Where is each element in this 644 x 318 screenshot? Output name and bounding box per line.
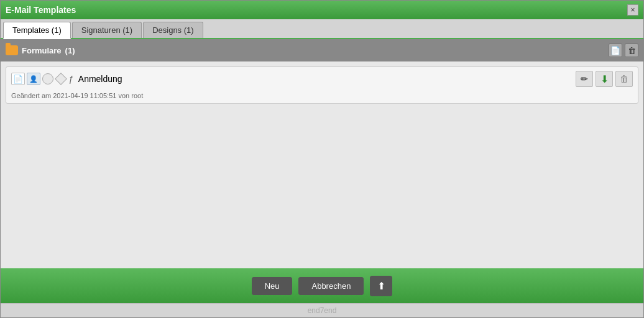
dialog-title: E-Mail Templates — [6, 5, 76, 15]
watermark: end7end — [1, 303, 643, 317]
template-item-top: 📄 👤 ƒ Anmeldung ✏ ⬇ 🗑 — [6, 67, 638, 91]
tab-designs[interactable]: Designs (1) — [143, 22, 203, 38]
new-template-button[interactable]: 📄 — [609, 43, 622, 57]
template-item: 📄 👤 ƒ Anmeldung ✏ ⬇ 🗑 Geände — [6, 66, 638, 104]
tabs-bar: Templates (1) Signaturen (1) Designs (1) — [1, 19, 643, 39]
sigma-icon: ƒ — [68, 74, 73, 84]
folder-count: (1) — [65, 46, 75, 55]
upload-button[interactable]: ⬆ — [370, 276, 392, 296]
content-area: Formulare (1) 📄 🗑 📄 👤 — [1, 39, 643, 268]
abbrechen-button[interactable]: Abbrechen — [298, 277, 364, 295]
template-item-left: 📄 👤 ƒ Anmeldung — [11, 73, 122, 85]
folder-header: Formulare (1) 📄 🗑 — [1, 39, 643, 61]
footer-bar: Neu Abbrechen ⬆ — [1, 268, 643, 303]
folder-icon — [6, 45, 18, 55]
close-button[interactable]: × — [627, 4, 638, 16]
folder-header-right: 📄 🗑 — [609, 43, 638, 57]
title-bar: E-Mail Templates × — [1, 1, 643, 19]
template-item-right: ✏ ⬇ 🗑 — [576, 71, 633, 87]
main-content-area — [1, 109, 643, 268]
edit-template-button[interactable]: ✏ — [576, 71, 593, 87]
circle-icon — [42, 73, 53, 84]
neu-button[interactable]: Neu — [252, 277, 293, 295]
template-icons: 📄 👤 ƒ — [11, 73, 73, 85]
folder-header-left: Formulare (1) — [6, 45, 75, 55]
delete-folder-button[interactable]: 🗑 — [625, 43, 638, 57]
person-icon: 👤 — [27, 73, 40, 85]
doc-icon: 📄 — [11, 73, 25, 85]
tab-signaturen[interactable]: Signaturen (1) — [72, 22, 142, 38]
template-name: Anmeldung — [78, 74, 122, 84]
template-modified: Geändert am 2021-04-19 11:05:51 von root — [6, 91, 638, 103]
email-templates-dialog: E-Mail Templates × Templates (1) Signatu… — [0, 0, 644, 318]
diamond-icon — [55, 73, 67, 84]
delete-template-button[interactable]: 🗑 — [615, 71, 633, 87]
folder-name: Formulare — [22, 46, 62, 55]
tab-templates[interactable]: Templates (1) — [3, 22, 71, 39]
download-template-button[interactable]: ⬇ — [596, 71, 613, 87]
